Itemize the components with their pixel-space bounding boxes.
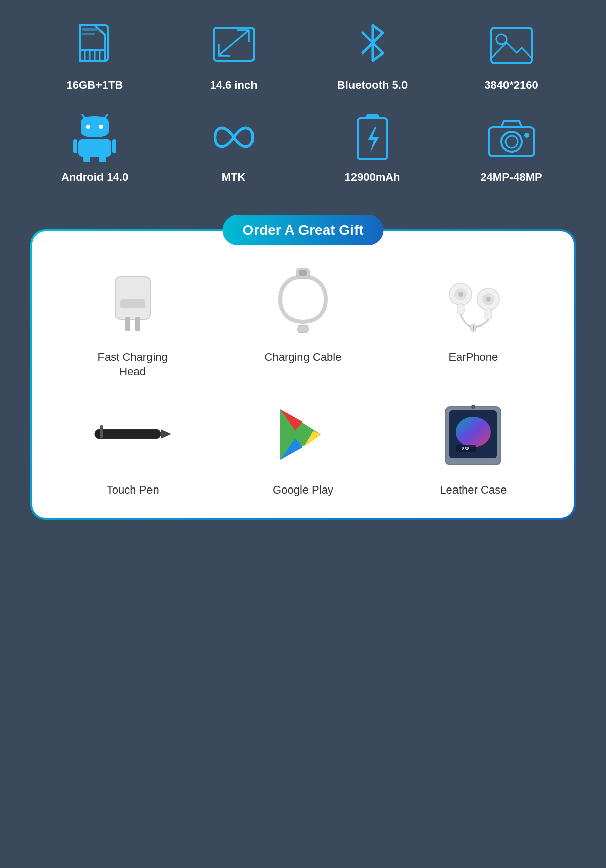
gift-earphone: EarPhone [393,261,553,379]
svg-point-27 [506,136,518,148]
spec-chip-label: MTK [222,171,246,184]
svg-rect-23 [366,114,379,119]
gift-section: Order A Great Gift Fast ChargingHea [30,229,576,520]
camera-icon [486,112,537,162]
svg-point-26 [501,132,522,152]
svg-rect-35 [298,326,308,333]
googleplay-icon [263,394,343,475]
charger-label: Fast ChargingHead [98,350,168,379]
svg-rect-11 [491,28,532,63]
cable-icon [263,261,343,342]
leathercase-label: Leather Case [440,483,507,498]
pen-label: Touch Pen [107,483,159,498]
gift-grid: Fast ChargingHead Charging Cable [53,261,553,498]
svg-rect-29 [115,277,150,319]
gift-title: Order A Great Gift [242,222,363,238]
svg-point-28 [524,133,529,138]
gift-leathercase: 858 Leather Case [393,394,553,498]
svg-point-41 [486,297,491,302]
spec-storage-label: 16GB+1TB [67,79,123,92]
spec-os: Android 14.0 [30,112,159,184]
spec-battery-label: 12900mAh [344,171,400,184]
earphone-label: EarPhone [448,350,498,365]
gift-inner: Fast ChargingHead Charging Cable [32,231,574,518]
svg-point-12 [496,34,507,44]
svg-rect-8 [82,33,95,35]
spec-storage: 16GB+1TB [30,20,159,92]
battery-icon [347,112,398,162]
gift-title-badge: Order A Great Gift [222,215,383,245]
gift-pen: Touch Pen [53,394,213,498]
image-icon [486,20,537,71]
svg-point-56 [471,405,475,409]
android-icon [70,112,120,162]
svg-rect-48 [100,425,103,438]
svg-rect-42 [457,304,464,315]
googleplay-label: Google Play [273,483,333,498]
cable-label: Charging Cable [265,350,342,365]
spec-camera: 24MP-48MP [447,112,576,184]
specs-grid: 16GB+1TB 14.6 inch Bluetooth 5.0 [30,20,576,184]
svg-point-38 [458,292,463,297]
svg-marker-47 [161,429,171,439]
leathercase-icon: 858 [433,394,514,475]
spec-bluetooth-label: Bluetooth 5.0 [337,79,408,92]
svg-rect-19 [112,139,116,153]
svg-line-10 [219,30,249,56]
spec-resolution: 3840*2160 [447,20,576,92]
spec-battery: 12900mAh [308,112,437,184]
svg-point-55 [456,417,491,447]
svg-rect-18 [73,139,77,153]
svg-rect-32 [135,317,140,331]
svg-rect-21 [99,156,106,162]
svg-marker-24 [368,127,379,152]
svg-rect-34 [299,270,307,276]
memory-icon [70,20,120,71]
spec-screen: 14.6 inch [169,20,298,92]
spec-os-label: Android 14.0 [61,171,128,184]
svg-rect-17 [78,139,111,157]
svg-point-16 [99,125,103,129]
spec-camera-label: 24MP-48MP [480,171,542,184]
svg-rect-7 [82,28,97,31]
svg-text:858: 858 [462,446,470,451]
gift-charger: Fast ChargingHead [53,261,213,379]
charger-icon [92,261,173,342]
pen-icon [92,394,173,475]
spec-resolution-label: 3840*2160 [484,79,538,92]
svg-rect-46 [95,429,161,439]
gift-cable: Charging Cable [223,261,383,379]
svg-rect-43 [485,309,492,320]
svg-point-15 [86,125,90,129]
screen-icon [209,20,259,71]
svg-rect-20 [83,156,90,162]
spec-bluetooth: Bluetooth 5.0 [308,20,437,92]
bluetooth-icon [347,20,398,71]
mtk-icon [209,112,259,162]
earphone-icon [433,261,514,342]
spec-chip: MTK [169,112,298,184]
spec-screen-label: 14.6 inch [210,79,257,92]
svg-rect-31 [125,317,130,331]
svg-rect-30 [120,299,145,308]
gift-googleplay: Google Play [223,394,383,498]
